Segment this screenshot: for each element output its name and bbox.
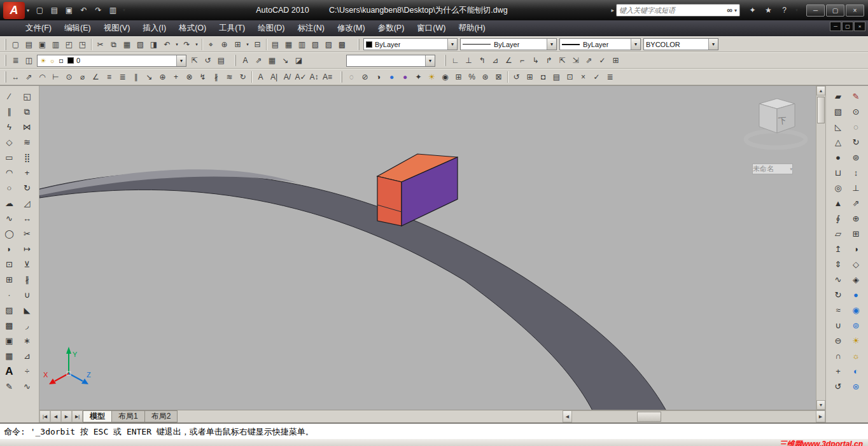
list-icon[interactable]: ≣ xyxy=(603,71,617,83)
tab-model[interactable]: 模型 xyxy=(83,410,112,422)
multiline-text-button[interactable]: A xyxy=(1,364,17,379)
make-object-layer-current-button[interactable]: ⇱ xyxy=(188,54,201,67)
menu-file[interactable]: 文件(F) xyxy=(19,20,58,36)
color-combo-arrow[interactable]: ▾ xyxy=(447,39,457,50)
construction-line-button[interactable]: ∥ xyxy=(1,104,17,119)
free-orbit-button[interactable]: ◌ xyxy=(848,120,864,134)
array-button[interactable]: ⣿ xyxy=(19,150,35,165)
menu-edit[interactable]: 编辑(E) xyxy=(58,20,97,36)
mirror-button[interactable]: ⋈ xyxy=(19,120,35,134)
jogged-button[interactable]: ↯ xyxy=(196,71,209,83)
realistic-sphere-icon[interactable]: ● xyxy=(385,71,398,83)
markup-set-manager-button[interactable]: ▨ xyxy=(322,38,335,51)
materials-3d-button[interactable]: ◐ xyxy=(848,364,864,379)
toolbar-grip[interactable] xyxy=(340,71,342,83)
scale-button[interactable]: ◿ xyxy=(19,196,35,211)
qnew-button[interactable]: ▢ xyxy=(33,4,46,17)
lock-ui-icon[interactable]: ◘ xyxy=(536,71,550,83)
helix-button[interactable]: ∮ xyxy=(830,211,846,226)
sketch-button[interactable]: ✎ xyxy=(1,379,17,394)
scroll-left-button[interactable]: ◀ xyxy=(563,410,572,422)
scroll-down-button[interactable]: ▼ xyxy=(816,400,825,410)
advanced-render-settings-button[interactable]: ⊛ xyxy=(479,71,492,83)
visual-style-3d-button[interactable]: ◑ xyxy=(372,71,385,83)
trim-button[interactable]: ✂ xyxy=(19,226,35,241)
toolbar-grip[interactable] xyxy=(444,55,446,66)
horizontal-scroll-track[interactable] xyxy=(572,410,816,422)
favorites-star-icon[interactable]: ★ xyxy=(762,4,775,17)
tab-layout2[interactable]: 布局2 xyxy=(144,410,178,422)
ucs-world-button[interactable]: ⊥ xyxy=(462,54,475,67)
3d-move-button[interactable]: + xyxy=(830,364,846,379)
properties-toggle-icon[interactable]: ▤ xyxy=(550,71,563,83)
sheetset-manager-button[interactable]: ▧ xyxy=(309,38,322,51)
point-button[interactable]: ∙ xyxy=(1,288,17,302)
menu-insert[interactable]: 插入(I) xyxy=(136,20,172,36)
aligned-dimension-button[interactable]: ⇗ xyxy=(22,71,36,83)
drawing-viewport[interactable]: 下 Y X Z xyxy=(39,86,816,410)
render-environment-button[interactable]: % xyxy=(465,71,479,83)
redo-button[interactable]: ↷ xyxy=(92,4,105,17)
box-front-face[interactable] xyxy=(377,176,402,226)
insert-block-button[interactable]: ⊡ xyxy=(1,257,17,272)
fly-button[interactable]: ⇗ xyxy=(848,196,864,211)
circle-button[interactable]: ○ xyxy=(1,181,17,195)
angular-button[interactable]: ∠ xyxy=(89,71,102,83)
qnew-button[interactable]: ▢ xyxy=(9,38,22,51)
camera-button[interactable]: ⊚ xyxy=(848,318,864,333)
arc-length-button[interactable]: ◠ xyxy=(36,71,49,83)
plot-preview-button[interactable]: ◰ xyxy=(62,38,76,51)
multileader-style-button[interactable]: ↘ xyxy=(279,54,292,67)
hide-button[interactable]: ◌ xyxy=(345,71,358,83)
scroll-up-button[interactable]: ▲ xyxy=(816,86,825,95)
polygon-button[interactable]: ◇ xyxy=(1,135,17,150)
vertical-scroll-track[interactable] xyxy=(816,95,825,400)
layer-lock-icon[interactable]: ◘ xyxy=(57,56,65,65)
open-button[interactable]: ▤ xyxy=(22,38,36,51)
text-scale-button[interactable]: A↕ xyxy=(307,71,321,83)
extend-button[interactable]: ↦ xyxy=(19,242,35,256)
layer-freeze-icon[interactable]: ☼ xyxy=(48,56,56,65)
search-input[interactable] xyxy=(619,6,725,14)
layer-combo-arrow[interactable]: ▾ xyxy=(176,55,186,66)
lineweight-combo-arrow[interactable]: ▾ xyxy=(631,39,640,50)
open-button[interactable]: ▤ xyxy=(48,4,61,17)
leader-button[interactable]: ↘ xyxy=(143,71,156,83)
restore-button[interactable]: ▢ xyxy=(826,4,844,17)
save-button[interactable]: ▣ xyxy=(62,4,76,17)
zoom-realtime-button[interactable]: ⊕ xyxy=(218,38,231,51)
ucs-icon[interactable]: ∟ xyxy=(449,54,462,67)
first-tab-button[interactable]: |◀ xyxy=(39,410,50,422)
menu-modify[interactable]: 修改(M) xyxy=(331,20,372,36)
workspace-icon[interactable]: ↺ xyxy=(510,71,523,83)
continuous-orbit-button[interactable]: ↻ xyxy=(848,135,864,150)
rectangle-button[interactable]: ▭ xyxy=(1,150,17,165)
sun-status-button[interactable]: ☼ xyxy=(848,349,864,363)
drawing-canvas[interactable]: 下 Y X Z xyxy=(39,86,816,410)
ucs-z-axis-button[interactable]: ↱ xyxy=(542,54,556,67)
communication-center-icon[interactable]: ✦ xyxy=(746,4,759,17)
menu-dimension[interactable]: 标注(N) xyxy=(291,20,331,36)
spline-button[interactable]: ∿ xyxy=(1,211,17,226)
text-justify-button[interactable]: A≡ xyxy=(321,71,334,83)
ucs-x-button[interactable]: ⇱ xyxy=(556,54,569,67)
multiline-text-button[interactable]: A xyxy=(254,71,267,83)
block-editor-button[interactable]: ◨ xyxy=(147,38,160,51)
visual-style-wireframe-button[interactable]: ◇ xyxy=(848,257,864,272)
baseline-button[interactable]: ≣ xyxy=(116,71,129,83)
pan-3d-button[interactable]: ⊞ xyxy=(848,226,864,241)
undo-dropdown[interactable]: ▾ xyxy=(174,38,180,51)
close-button[interactable]: × xyxy=(846,4,864,17)
toolbar-grip[interactable] xyxy=(4,55,6,66)
linear-dimension-button[interactable]: ↔ xyxy=(9,71,22,83)
wedge-button[interactable]: ◺ xyxy=(830,120,846,134)
block-icon[interactable]: ⊡ xyxy=(563,71,577,83)
zoom-previous-button[interactable]: ⊟ xyxy=(251,38,264,51)
undo-button[interactable]: ↶ xyxy=(160,38,174,51)
vertical-scroll-thumb[interactable] xyxy=(817,97,825,123)
layer-states-button[interactable]: ◫ xyxy=(22,54,36,67)
layer-previous-button[interactable]: ↺ xyxy=(201,54,214,67)
linetype-combo[interactable]: ByLayer ▾ xyxy=(460,38,557,50)
visual-style-realistic-button[interactable]: ● xyxy=(848,288,864,302)
edit-polyline-button[interactable]: ∿ xyxy=(19,379,35,394)
